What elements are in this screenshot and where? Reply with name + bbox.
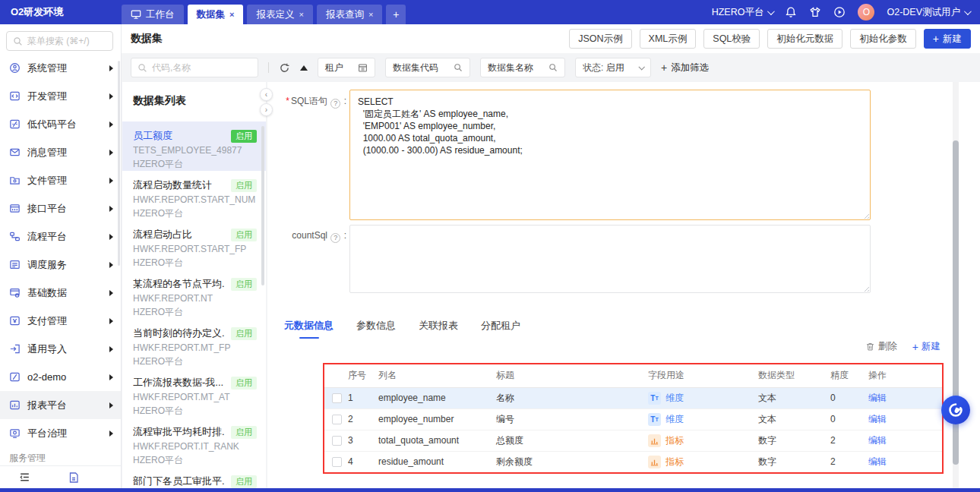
tab-parameter-info[interactable]: 参数信息: [356, 319, 396, 339]
dataset-name-filter[interactable]: 数据集名称: [480, 58, 565, 77]
delete-button-label: 删除: [878, 340, 897, 353]
dataset-code: TETS_EMPLOYEE_49877: [133, 145, 257, 156]
close-icon[interactable]: ×: [299, 10, 303, 19]
row-checkbox[interactable]: [332, 457, 342, 467]
dataset-name: 当前时刻的待办定义...: [133, 326, 224, 340]
list-search-input[interactable]: [152, 62, 243, 73]
dataset-item[interactable]: 当前时刻的待办定义...启用 HWKF.REPORT.MT_FP HZERO平台: [122, 319, 266, 368]
dataset-name: 某流程的各节点平均...: [133, 277, 224, 291]
sidebar-item-lowcode-platform[interactable]: 低代码平台: [0, 110, 121, 138]
avatar[interactable]: O: [858, 4, 874, 20]
tab-report-query[interactable]: 报表查询 ×: [317, 5, 382, 24]
sidebar-item-message-management[interactable]: 消息管理: [0, 138, 121, 166]
dataset-item[interactable]: 部门下各员工审批平...启用: [122, 467, 266, 488]
row-checkbox[interactable]: [332, 436, 342, 446]
new-column-button[interactable]: + 新建: [912, 340, 940, 353]
guide-play-icon[interactable]: [833, 6, 846, 18]
dataset-item[interactable]: 流程启动占比启用 HWKF.REPORT.START_FP HZERO平台: [122, 220, 266, 270]
cell-column-name: residue_amount: [375, 451, 493, 472]
close-icon[interactable]: ×: [229, 10, 234, 19]
assistant-float-button[interactable]: [941, 396, 970, 424]
sidebar-item-payment-management[interactable]: 支付管理: [0, 307, 121, 335]
init-metadata-button[interactable]: 初始化元数据: [767, 29, 842, 49]
sidebar-item-base-data[interactable]: 基础数据: [0, 279, 121, 307]
create-button[interactable]: +新建: [924, 29, 971, 49]
tenant-lov-icon: [358, 63, 368, 73]
panel-expand-right-icon[interactable]: ›: [260, 103, 273, 116]
sidebar-section-service-management[interactable]: 服务管理: [0, 447, 121, 465]
sql-validate-button[interactable]: SQL校验: [703, 29, 760, 49]
table-row: 4 residue_amount 剩余额度 指标 数字 2 编辑: [324, 451, 942, 472]
tab-dataset[interactable]: 数据集 ×: [188, 5, 244, 24]
platform-switcher[interactable]: HZERO平台: [712, 6, 773, 19]
status-badge: 启用: [231, 130, 257, 143]
changelog-icon[interactable]: [68, 472, 80, 484]
add-tab-button[interactable]: +: [386, 5, 406, 24]
sidebar-item-report-platform[interactable]: 报表平台: [0, 391, 121, 419]
edit-link[interactable]: 编辑: [868, 456, 887, 467]
tab-metadata-info[interactable]: 元数据信息: [284, 319, 334, 339]
close-icon[interactable]: ×: [368, 10, 373, 19]
dataset-name: 流程启动占比: [133, 228, 192, 241]
user-menu[interactable]: O2-DEV测试用户: [887, 6, 969, 19]
tab-workbench[interactable]: 工作台: [122, 5, 184, 24]
dataset-code: HWKF.REPORT.START_FP: [133, 244, 257, 254]
sidebar-item-workflow-platform[interactable]: 流程平台: [0, 222, 121, 251]
delete-button[interactable]: 删除: [865, 340, 897, 353]
tab-label: 工作台: [146, 8, 175, 21]
json-example-button[interactable]: JSON示例: [569, 29, 631, 49]
list-search[interactable]: [131, 58, 258, 77]
help-icon[interactable]: ?: [330, 233, 340, 243]
sql-textarea[interactable]: SELECT '固定员工姓名' AS employee_name, 'EMP00…: [349, 90, 871, 220]
menu-search-input[interactable]: [27, 36, 96, 46]
cell-column-name: employee_number: [375, 408, 493, 430]
dataset-code-filter[interactable]: 数据集代码: [385, 58, 470, 77]
tab-related-reports[interactable]: 关联报表: [419, 319, 458, 339]
collapse-menu-icon[interactable]: [18, 471, 31, 484]
table-row: 2 employee_number 编号 TT维度 文本 0 编辑: [324, 408, 942, 430]
sidebar-item-schedule-service[interactable]: 调度服务: [0, 251, 121, 279]
init-params-button[interactable]: 初始化参数: [850, 29, 916, 49]
sidebar-item-platform-governance[interactable]: 平台治理: [0, 419, 121, 447]
row-checkbox[interactable]: [332, 415, 342, 424]
platform-governance-icon: [9, 427, 21, 439]
edit-link[interactable]: 编辑: [868, 414, 887, 424]
sidebar-item-system-management[interactable]: 系统管理: [0, 54, 121, 82]
dataset-tenant: HZERO平台: [133, 306, 257, 319]
dataset-tenant: HZERO平台: [133, 454, 257, 467]
submenu-caret-icon: [109, 234, 113, 240]
sidebar-scrollbar[interactable]: [118, 61, 120, 266]
tenant-filter[interactable]: 租户: [318, 58, 375, 77]
countsql-textarea[interactable]: [349, 225, 871, 293]
edit-link[interactable]: 编辑: [868, 435, 887, 446]
content-area: 数据集列表 ‹ › 员工额度启用 TETS_EMPLOYEE_49877 HZE…: [122, 82, 980, 488]
dataset-item[interactable]: 流程审批平均耗时排...启用 HWKF.REPORT.IT_RANK HZERO…: [122, 418, 266, 467]
col-column-name: 列名: [375, 364, 493, 387]
sidebar-item-general-import[interactable]: 通用导入: [0, 335, 121, 363]
bell-icon[interactable]: [785, 6, 797, 18]
sidebar-item-file-management[interactable]: 文件管理: [0, 166, 121, 194]
dataset-item[interactable]: 工作流报表数据-我...启用 HWKF.REPORT.MT_AT HZERO平台: [122, 368, 266, 418]
menu-search[interactable]: [6, 31, 113, 51]
panel-collapse-left-icon[interactable]: ‹: [260, 88, 273, 101]
theme-icon[interactable]: [809, 6, 821, 18]
collapse-filters-caret[interactable]: [300, 65, 308, 71]
sidebar-item-api-platform[interactable]: 接口平台: [0, 194, 121, 222]
tab-report-definition[interactable]: 报表定义 ×: [247, 5, 312, 24]
status-badge: 启用: [231, 278, 257, 291]
dataset-list-scrollbar[interactable]: [261, 126, 264, 285]
tab-assign-tenants[interactable]: 分配租户: [481, 319, 520, 339]
cell-title: 编号: [493, 408, 645, 430]
edit-link[interactable]: 编辑: [868, 393, 887, 403]
help-icon[interactable]: ?: [330, 99, 340, 109]
sidebar-item-o2-demo[interactable]: o2-demo: [0, 363, 121, 391]
refresh-icon[interactable]: [279, 62, 290, 74]
xml-example-button[interactable]: XML示例: [640, 29, 697, 49]
status-filter[interactable]: 状态: 启用: [575, 58, 651, 77]
sidebar-item-dev-management[interactable]: 开发管理: [0, 82, 121, 110]
dataset-item[interactable]: 员工额度启用 TETS_EMPLOYEE_49877 HZERO平台: [122, 121, 266, 171]
dataset-item[interactable]: 流程启动数量统计启用 HWKF.REPORT.START_NUM HZERO平台: [122, 171, 266, 220]
dataset-item[interactable]: 某流程的各节点平均...启用 HWKF.REPORT.NT HZERO平台: [122, 270, 266, 319]
add-filter-button[interactable]: + 添加筛选: [661, 62, 709, 74]
row-checkbox[interactable]: [332, 393, 342, 403]
